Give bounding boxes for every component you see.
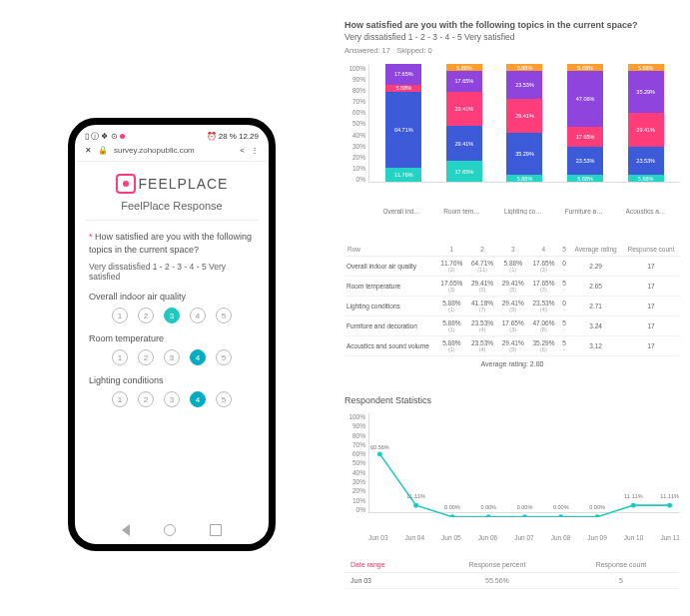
bar-column: 5.88%23.53%17.65%47.06%5.88% <box>565 64 605 182</box>
th: Average rating <box>569 243 622 257</box>
rating-1[interactable]: 1 <box>112 391 128 407</box>
table-body: Overall indoor air quality11.76%(2)64.71… <box>345 257 680 356</box>
bar-segment: 17.65% <box>446 71 482 92</box>
rating-2[interactable]: 2 <box>138 308 154 323</box>
rating-4[interactable]: 4 <box>190 308 206 323</box>
rating-field: Lighting conditions12345 <box>89 375 255 407</box>
point-label: 0.00% <box>553 504 569 510</box>
x-tick: Jun 10 <box>624 534 644 541</box>
bar-segment: 35.29% <box>628 71 664 113</box>
cell: 35.29%(6) <box>528 336 559 356</box>
divider <box>85 220 259 221</box>
cell: 29.41%(5) <box>467 277 498 297</box>
cell: 5.88%(1) <box>436 297 467 316</box>
home-button[interactable] <box>164 524 176 536</box>
segment-label: 17.65% <box>385 71 421 77</box>
rating-4[interactable]: 4 <box>190 391 206 407</box>
x-tick: Jun 09 <box>587 534 607 541</box>
rating-4[interactable]: 4 <box>190 349 206 365</box>
segment-label: 5.88% <box>567 65 603 71</box>
date-range-table: Date rangeResponse percentResponse count… <box>345 557 680 589</box>
cell: 41.18%(7) <box>467 297 498 316</box>
rating-options: 12345 <box>89 308 255 323</box>
cell: 5.88%(1) <box>436 316 467 336</box>
bar-segment: 5.88% <box>446 64 482 71</box>
x-tick: Jun 04 <box>405 534 425 541</box>
segment-label: 29.41% <box>506 113 542 119</box>
bar-column: 5.88%35.29%29.41%23.53%5.88% <box>504 64 544 182</box>
rating-5[interactable]: 5 <box>216 308 232 323</box>
segment-label: 23.53% <box>628 158 664 164</box>
rating-5[interactable]: 5 <box>216 391 232 407</box>
segment-label: 35.29% <box>628 89 664 95</box>
segment-label: 11.76% <box>385 172 421 178</box>
segment-label: 17.65% <box>567 134 603 140</box>
cell: 29.41%(5) <box>497 277 528 297</box>
line-plot-area: 60.56%11.11%0.00%0.00%0.00%0.00%0.00%11.… <box>368 413 680 513</box>
rating-2[interactable]: 2 <box>138 349 154 365</box>
bar-segment: 5.88% <box>567 64 603 71</box>
point-label: 11.11% <box>406 493 425 499</box>
y-tick: 100% <box>345 413 365 420</box>
cell: Jun 03 <box>345 573 432 589</box>
browser-addressbar: ✕ 🔒 survey.zohopublic.com < ⋮ <box>75 144 269 162</box>
field-label: Lighting conditions <box>89 375 255 385</box>
rating-options: 12345 <box>89 391 255 407</box>
share-icon[interactable]: < <box>240 146 245 155</box>
report-panel: How satisfied are you with the following… <box>345 20 680 589</box>
point-label: 0.00% <box>517 504 533 510</box>
bar-column: 11.76%64.71%5.88%17.65% <box>383 64 423 182</box>
count-cell: 17 <box>622 257 680 277</box>
cell: 55.56% <box>432 573 562 589</box>
form-title: FeelPlace Response <box>75 200 269 212</box>
rating-5[interactable]: 5 <box>216 349 232 365</box>
bar-segment: 17.65% <box>446 161 482 182</box>
rating-field: Overall indoor air quality12345 <box>89 292 255 323</box>
y-tick: 100% <box>345 65 365 72</box>
report-meta: Answered: 17 Skipped: 0 <box>345 46 680 55</box>
cell: 23.53%(4) <box>467 336 498 356</box>
recent-apps-button[interactable] <box>210 524 222 536</box>
th: Row <box>345 243 436 257</box>
rating-3[interactable]: 3 <box>164 308 180 323</box>
bar-segment: 5.88% <box>567 175 603 182</box>
logo-mark-icon <box>116 174 136 194</box>
row-label: Overall indoor air quality <box>345 257 436 277</box>
table-header-row: Date rangeResponse percentResponse count <box>345 557 680 573</box>
th: Response percent <box>432 557 562 573</box>
bar-segment: 29.41% <box>506 99 542 134</box>
cell: 64.71%(11) <box>467 257 498 277</box>
field-label: Room temperature <box>89 333 255 343</box>
svg-point-0 <box>377 451 382 456</box>
y-tick: 80% <box>345 432 365 439</box>
bar-segment: 5.88% <box>506 64 542 71</box>
clock: 12.29 <box>239 132 259 141</box>
rating-2[interactable]: 2 <box>138 391 154 407</box>
rating-1[interactable]: 1 <box>112 349 128 365</box>
close-icon[interactable]: ✕ <box>85 146 92 155</box>
y-tick: 20% <box>345 487 365 494</box>
alarm-icon: ⏰ <box>207 132 217 141</box>
th: 4 <box>528 243 559 257</box>
avg-cell: 2.65 <box>569 277 622 297</box>
cell: 47.06%(8) <box>528 316 559 336</box>
bar-column: 17.65%29.41%29.41%17.65%5.88% <box>444 64 484 182</box>
rating-3[interactable]: 3 <box>164 391 180 407</box>
table-row: Lighting conditions5.88%(1)41.18%(7)29.4… <box>345 297 680 316</box>
segment-label: 47.06% <box>567 96 603 102</box>
back-button[interactable] <box>122 524 130 536</box>
rating-1[interactable]: 1 <box>112 308 128 323</box>
status-signals: ▯ ⓘ ❖ ⊙ <box>85 131 118 142</box>
segment-label: 5.88% <box>506 65 542 71</box>
report-scale: Very dissatisfied 1 - 2 - 3 - 4 - 5 Very… <box>345 32 680 42</box>
rating-3[interactable]: 3 <box>164 349 180 365</box>
svg-point-2 <box>449 514 454 516</box>
bar-stack: 11.76%64.71%5.88%17.65% <box>385 64 421 182</box>
phone-mockup: ▯ ⓘ ❖ ⊙ ⏰ 28 % 12.29 ✕ 🔒 survey.zohopubl… <box>68 118 276 551</box>
more-icon[interactable]: ⋮ <box>251 146 259 155</box>
cell: 17.65%(3) <box>436 277 467 297</box>
bar-stack: 5.88%35.29%29.41%23.53%5.88% <box>506 64 542 182</box>
avg-cell: 2.71 <box>569 297 622 316</box>
bar-stack: 5.88%23.53%17.65%47.06%5.88% <box>567 64 603 182</box>
line-chart: 100%90%80%70%60%50%40%30%20%10%0% 60.56%… <box>345 413 680 531</box>
